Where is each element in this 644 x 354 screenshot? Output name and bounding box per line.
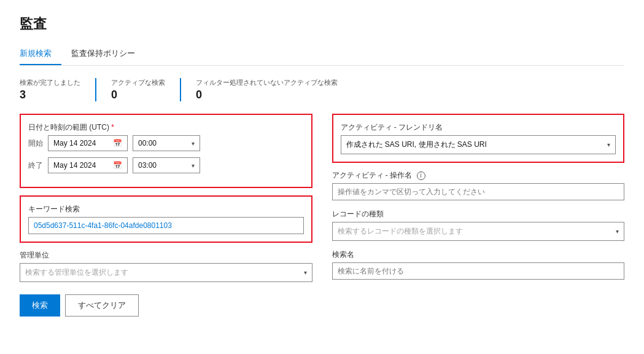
button-row: 検索 すべてクリア	[20, 294, 312, 317]
tab-bar: 新規検索 監査保持ポリシー	[20, 43, 624, 66]
admin-unit-select[interactable]: 検索する管理単位を選択します ▾	[20, 263, 312, 282]
search-name-group: 検索名	[332, 250, 625, 280]
main-content: 日付と時刻の範囲 (UTC) * 開始 May 14 2024 📅 00:00 …	[20, 114, 624, 317]
start-date-input[interactable]: May 14 2024 📅	[48, 135, 128, 151]
search-button[interactable]: 検索	[20, 294, 60, 317]
start-time-select[interactable]: 00:00 ▾	[133, 135, 200, 151]
chevron-down-icon-admin: ▾	[304, 269, 307, 276]
activity-friendly-box: アクティビティ - フレンドリ名 作成された SAS URI, 使用された SA…	[332, 114, 625, 163]
keyword-search-input[interactable]	[28, 217, 304, 234]
activity-friendly-select[interactable]: 作成された SAS URI, 使用された SAS URI ▾	[341, 135, 616, 154]
chevron-down-icon-activity: ▾	[607, 141, 610, 148]
stat-completed: 検索が完了しました 3	[20, 78, 96, 101]
stat-active: アクティブな検索 0	[111, 78, 181, 101]
keyword-search-box: キーワード検索	[20, 195, 312, 243]
chevron-down-icon-record: ▾	[616, 228, 619, 235]
keyword-label: キーワード検索	[28, 204, 304, 214]
record-type-group: レコードの種類 検索するレコードの種類を選択します ▾	[332, 209, 625, 241]
tab-new-search[interactable]: 新規検索	[20, 43, 61, 65]
datetime-range-box: 日付と時刻の範囲 (UTC) * 開始 May 14 2024 📅 00:00 …	[20, 114, 312, 188]
end-time-select[interactable]: 03:00 ▾	[133, 157, 200, 173]
activity-friendly-label: アクティビティ - フレンドリ名	[341, 122, 616, 133]
admin-unit-group: 管理単位 検索する管理単位を選択します ▾	[20, 250, 312, 282]
record-type-select[interactable]: 検索するレコードの種類を選択します ▾	[332, 222, 625, 241]
calendar-icon-start: 📅	[113, 139, 122, 148]
tab-retention-policy[interactable]: 監査保持ポリシー	[71, 43, 145, 65]
end-date-row: 終了 May 14 2024 📅 03:00 ▾	[28, 157, 304, 173]
stat-unfiltered: フィルター処理されていないアクティブな検索 0	[196, 78, 352, 101]
activity-op-input[interactable]	[332, 183, 625, 200]
right-panel: アクティビティ - フレンドリ名 作成された SAS URI, 使用された SA…	[332, 114, 625, 317]
chevron-down-icon: ▾	[192, 140, 195, 147]
page-title: 監査	[20, 15, 624, 33]
datetime-range-label: 日付と時刻の範囲 (UTC) *	[28, 122, 304, 133]
activity-op-label: アクティビティ - 操作名 i	[332, 170, 625, 181]
stats-row: 検索が完了しました 3 アクティブな検索 0 フィルター処理されていないアクティ…	[20, 78, 624, 101]
record-type-label: レコードの種類	[332, 209, 625, 219]
end-date-input[interactable]: May 14 2024 📅	[48, 157, 128, 173]
activity-op-group: アクティビティ - 操作名 i	[332, 170, 625, 200]
admin-unit-label: 管理単位	[20, 250, 312, 261]
calendar-icon-end: 📅	[113, 161, 122, 170]
chevron-down-icon-end: ▾	[192, 162, 195, 169]
left-panel: 日付と時刻の範囲 (UTC) * 開始 May 14 2024 📅 00:00 …	[20, 114, 312, 317]
search-name-input[interactable]	[332, 262, 625, 280]
search-name-label: 検索名	[332, 250, 625, 260]
start-date-row: 開始 May 14 2024 📅 00:00 ▾	[28, 135, 304, 151]
info-icon[interactable]: i	[417, 171, 425, 180]
clear-button[interactable]: すべてクリア	[65, 294, 139, 317]
